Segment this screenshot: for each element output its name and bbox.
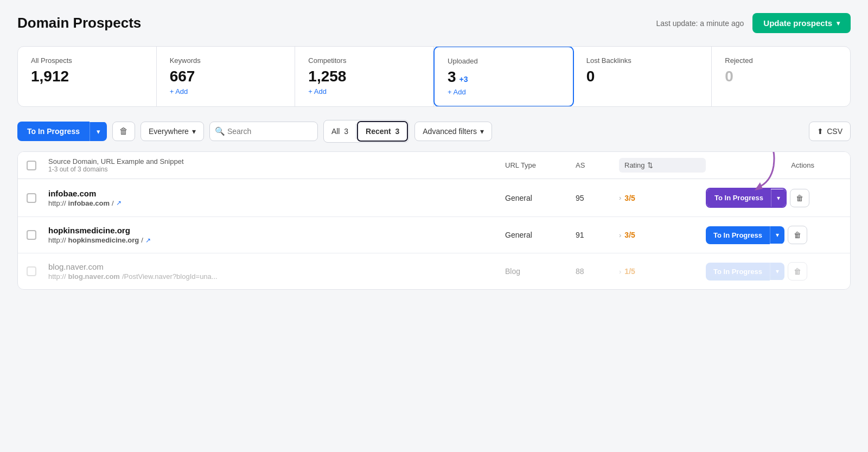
rating-value-blognaver: 1/5 [624, 267, 635, 276]
actions-header: Actions [706, 161, 814, 169]
last-update: Last update: a minute ago [656, 19, 744, 28]
filter-tab-all[interactable]: All 3 [324, 122, 356, 141]
url-suffix-infobae: / [112, 199, 114, 207]
to-in-progress-btn-blognaver[interactable]: To In Progress [706, 263, 770, 281]
url-prefix-infobae: http:// [48, 199, 66, 207]
domain-url-infobae: http://infobae.com/ ↗ [48, 199, 505, 207]
header-right: Last update: a minute ago Update prospec… [656, 13, 851, 33]
stat-action-keywords[interactable]: + Add [170, 87, 282, 96]
external-link-icon-hopkinsmedicine[interactable]: ↗ [145, 237, 151, 244]
stat-label-uploaded: Uploaded [448, 57, 560, 65]
rating-header: Rating ⇅ [619, 158, 706, 173]
toolbar: To In Progress ▾ 🗑 Everywhere ▾ 🔍 All 3 … [17, 120, 851, 143]
stat-value-rejected: 0 [725, 68, 837, 85]
to-in-progress-split-btn-blognaver[interactable]: To In Progress ▾ [706, 263, 784, 281]
url-type-infobae: General [505, 194, 576, 202]
stat-card-all[interactable]: All Prospects 1,912 [18, 47, 157, 106]
trash-icon: 🗑 [119, 126, 128, 136]
to-in-progress-split-btn-hopkinsmedicine[interactable]: To In Progress ▾ [706, 226, 784, 244]
to-in-progress-dropdown-btn-hopkinsmedicine[interactable]: ▾ [770, 226, 784, 244]
stat-value-all: 1,912 [31, 68, 143, 85]
source-header-label: Source Domain, URL Example and Snippet [48, 157, 505, 165]
stat-action-uploaded[interactable]: + Add [448, 88, 560, 96]
to-in-progress-btn-hopkinsmedicine[interactable]: To In Progress [706, 226, 770, 244]
source-cell-infobae: infobae.com http://infobae.com/ ↗ [48, 189, 505, 207]
select-all-checkbox[interactable] [27, 161, 36, 170]
update-prospects-chevron-icon: ▾ [837, 20, 840, 27]
filter-tabs: All 3 Recent 3 [323, 120, 409, 143]
to-in-progress-btn-infobae[interactable]: To In Progress [707, 189, 771, 207]
url-type-header: URL Type [505, 161, 576, 169]
stat-value-competitors: 1,258 [308, 68, 420, 85]
csv-export-button[interactable]: ⬆ CSV [809, 122, 851, 141]
to-in-progress-button[interactable]: To In Progress [17, 122, 90, 141]
rating-expand-icon-blognaver[interactable]: › [619, 268, 621, 276]
domain-url-blognaver: http://blog.naver.com/PostView.naver?blo… [48, 272, 505, 281]
stat-card-lost[interactable]: Lost Backlinks 0 [573, 47, 712, 106]
url-prefix-hopkinsmedicine: http:// [48, 236, 66, 244]
search-wrap: 🔍 [209, 122, 318, 141]
action-cell-blognaver: To In Progress ▾ 🗑 [706, 262, 814, 281]
row-checkbox-blognaver[interactable] [27, 266, 36, 276]
rating-value-infobae: 3/5 [624, 194, 635, 202]
source-cell-hopkinsmedicine: hopkinsmedicine.org http://hopkinsmedici… [48, 226, 505, 244]
stat-action-competitors[interactable]: + Add [308, 87, 420, 96]
domain-name-infobae: infobae.com [48, 189, 505, 198]
row-checkbox-infobae[interactable] [27, 193, 36, 203]
stats-row: All Prospects 1,912 Keywords 667 + Add C… [17, 46, 851, 107]
to-in-progress-split-button[interactable]: To In Progress ▾ [17, 122, 107, 141]
delete-btn-hopkinsmedicine[interactable]: 🗑 [788, 226, 807, 244]
stat-value-keywords: 667 [170, 68, 282, 85]
prospects-table: Source Domain, URL Example and Snippet 1… [17, 151, 851, 290]
stat-label-lost: Lost Backlinks [586, 56, 699, 65]
url-bold-infobae: infobae.com [68, 199, 110, 207]
rating-cell-hopkinsmedicine: › 3/5 [619, 231, 706, 239]
page-header: Domain Prospects Last update: a minute a… [17, 13, 851, 33]
rating-label: Rating [624, 161, 645, 169]
search-input[interactable] [209, 122, 318, 141]
rating-cell-blognaver: › 1/5 [619, 267, 706, 276]
update-prospects-button[interactable]: Update prospects ▾ [752, 13, 851, 33]
stat-value-uploaded: 3 +3 [448, 68, 560, 86]
row-checkbox-hopkinsmedicine[interactable] [27, 230, 36, 240]
as-value-infobae: 95 [576, 194, 619, 202]
stat-label-keywords: Keywords [170, 56, 282, 65]
csv-label: CSV [827, 127, 843, 136]
stat-label-all: All Prospects [31, 56, 143, 65]
stat-card-rejected[interactable]: Rejected 0 [712, 47, 850, 106]
rating-expand-icon-infobae[interactable]: › [619, 194, 621, 202]
to-in-progress-dropdown-btn-blognaver[interactable]: ▾ [770, 263, 784, 280]
to-in-progress-dropdown-button[interactable]: ▾ [90, 122, 107, 141]
to-in-progress-dropdown-btn-infobae[interactable]: ▾ [771, 189, 786, 207]
everywhere-dropdown[interactable]: Everywhere ▾ [141, 122, 204, 141]
stat-card-keywords[interactable]: Keywords 667 + Add [157, 47, 296, 106]
domain-name-hopkinsmedicine: hopkinsmedicine.org [48, 226, 505, 235]
url-type-blognaver: Blog [505, 267, 576, 276]
delete-btn-blognaver[interactable]: 🗑 [788, 262, 807, 281]
stat-card-uploaded[interactable]: Uploaded 3 +3 + Add [433, 46, 574, 107]
stat-card-competitors[interactable]: Competitors 1,258 + Add [295, 47, 434, 106]
stat-label-competitors: Competitors [308, 56, 420, 65]
url-bold-blognaver: blog.naver.com [68, 272, 120, 281]
url-type-hopkinsmedicine: General [505, 231, 576, 239]
domain-count-label: 1-3 out of 3 domains [48, 165, 505, 173]
uploaded-badge: +3 [459, 75, 468, 84]
rating-value-hopkinsmedicine: 3/5 [624, 231, 635, 239]
action-cell-hopkinsmedicine: To In Progress ▾ 🗑 [706, 226, 814, 244]
delete-button[interactable]: 🗑 [112, 122, 135, 141]
advanced-filters-label: Advanced filters [423, 127, 477, 136]
table-header-row: Source Domain, URL Example and Snippet 1… [18, 152, 850, 179]
advanced-filters-chevron-icon: ▾ [480, 127, 484, 136]
advanced-filters-button[interactable]: Advanced filters ▾ [414, 122, 492, 141]
source-cell-blognaver: blog.naver.com http://blog.naver.com/Pos… [48, 262, 505, 281]
domain-url-hopkinsmedicine: http://hopkinsmedicine.org/ ↗ [48, 236, 505, 244]
url-bold-hopkinsmedicine: hopkinsmedicine.org [68, 236, 139, 244]
to-in-progress-split-btn-infobae[interactable]: To In Progress ▾ [706, 188, 787, 208]
rating-expand-icon-hopkinsmedicine[interactable]: › [619, 231, 621, 239]
rating-sort-icon[interactable]: ⇅ [647, 161, 653, 169]
everywhere-label: Everywhere [149, 127, 189, 136]
delete-btn-infobae[interactable]: 🗑 [790, 189, 809, 207]
external-link-icon-infobae[interactable]: ↗ [116, 199, 122, 207]
url-suffix-blognaver: /PostView.naver?blogId=una... [122, 272, 218, 281]
filter-tab-recent[interactable]: Recent 3 [357, 121, 408, 142]
